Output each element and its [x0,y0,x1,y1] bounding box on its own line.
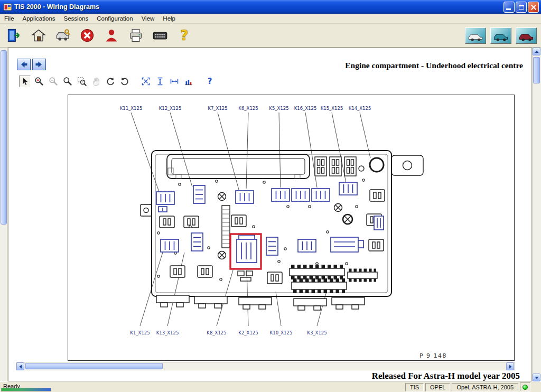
tool-fit-height-button[interactable] [154,76,166,87]
connection-status-led [523,385,528,390]
tool-rotate-left-button[interactable] [105,76,116,87]
viewer-toolbar: ? [19,76,216,87]
tool-fit-window-button[interactable] [140,76,152,87]
stop-icon [79,27,95,43]
zoom-in-icon [34,77,44,86]
status-cell-tis: TIS [405,383,424,391]
rotate-right-icon [120,77,129,86]
vehicle-identification-button[interactable] [53,25,73,45]
tool-fit-width-button[interactable] [169,76,180,87]
statusbar: Ready TIS OPEL Opel, ASTRA-H, 2005 [0,381,541,392]
print-button[interactable] [126,25,146,45]
wiring-diagram-canvas[interactable]: K11_X125 K12_X125 K7_X125 K6_X125 K5_X12… [68,95,515,361]
viewer-panel: Engine compartment - Underhood electrica… [8,48,532,381]
titlebar: TIS 2000 - Wiring Diagrams [0,0,541,14]
tool-zoom-in-button[interactable] [33,76,45,87]
component-label: K7_X125 [208,106,227,111]
menu-help[interactable]: Help [158,14,180,23]
sheet-frame [68,95,515,361]
bar-chart-icon [184,77,193,86]
operator-button[interactable] [101,25,122,45]
door-exit-icon [6,27,22,43]
tool-select-button[interactable] [19,76,31,87]
released-for-text: Released For Astra-H model year 2005 [372,371,520,381]
status-cell-brand: OPEL [425,383,450,391]
printer-icon [128,27,144,43]
car-icon [491,28,511,43]
hand-icon [91,77,101,86]
car-key-icon [55,27,71,43]
scroll-down-button[interactable] [533,374,540,381]
menu-file[interactable]: File [0,14,18,23]
component-label: K1_X125 [130,330,150,335]
component-label: K6_X125 [238,106,258,111]
home-icon [31,27,46,43]
arrow-left-icon [19,60,29,69]
menu-configuration[interactable]: Configuration [92,14,137,23]
tool-measure-button[interactable] [183,76,194,87]
help-button[interactable]: ? [174,25,194,45]
home-button[interactable] [29,25,49,45]
keyboard-icon [152,27,168,43]
tool-help-button[interactable]: ? [204,76,216,87]
status-cell-vehicle: Opel, ASTRA-H, 2005 [452,383,518,391]
horizontal-scrollbar-thumb[interactable] [25,363,163,369]
status-led-cell [520,382,530,391]
arrow-right-icon [34,60,44,69]
maximize-button[interactable] [516,2,527,13]
forward-button[interactable] [32,59,46,70]
magnifier-icon [63,77,72,86]
zoom-area-icon [77,77,87,86]
status-cells: TIS OPEL Opel, ASTRA-H, 2005 [405,382,530,391]
tool-zoom-area-button[interactable] [76,76,88,87]
menu-sessions[interactable]: Sessions [60,14,93,23]
scroll-right-button[interactable] [506,362,514,370]
highlighted-relay [237,235,257,263]
vehicle-thumbnail-button-3[interactable] [516,27,537,44]
page-title: Engine compartment - Underhood electrica… [345,61,523,70]
component-label: K13_X125 [156,330,179,335]
menu-applications[interactable]: Applications [18,14,60,23]
scroll-left-button[interactable] [16,362,24,370]
vertical-scrollbar-thumb[interactable] [533,57,540,83]
window-title: TIS 2000 - Wiring Diagrams [14,3,503,11]
triangle-left-icon [18,364,23,369]
zoom-out-icon [49,77,58,86]
close-button[interactable] [528,2,539,13]
component-label: K14_X125 [349,106,371,111]
vehicle-thumbnail-button-1[interactable] [465,27,486,44]
tool-zoom-button[interactable] [62,76,73,87]
main-area: Engine compartment - Underhood electrica… [0,48,541,381]
question-mark-icon: ? [176,27,192,43]
svg-text:?: ? [180,27,188,43]
back-button[interactable] [17,59,31,70]
keyboard-button[interactable] [150,25,170,45]
tool-rotate-right-button[interactable] [119,76,130,87]
scroll-up-button[interactable] [533,48,540,55]
progress-bar [1,388,51,391]
cancel-button[interactable] [77,25,97,45]
component-label: K3_X125 [307,330,327,335]
component-label: K2_X125 [238,330,258,335]
minimize-icon [506,8,511,10]
horizontal-scrollbar[interactable] [16,362,515,370]
maximize-icon [519,5,524,10]
car-icon [465,28,486,43]
help-glyph-icon: ? [208,77,212,86]
menu-view[interactable]: View [137,14,159,23]
left-scrollbar[interactable] [0,48,8,381]
app-window: TIS 2000 - Wiring Diagrams File Applicat… [0,0,541,392]
exit-button[interactable] [4,25,24,45]
tool-zoom-out-button [48,76,59,87]
tool-pan-button [90,76,102,87]
triangle-up-icon [534,49,539,54]
rotate-left-icon [106,77,115,86]
minimize-button[interactable] [503,2,515,13]
vertical-scrollbar[interactable] [532,48,541,381]
vehicle-thumbnail-button-2[interactable] [490,27,511,44]
component-label: K11_X125 [120,106,143,111]
triangle-right-icon [508,364,513,369]
fit-window-icon [141,77,151,86]
left-scrollbar-thumb[interactable] [1,50,7,225]
window-controls [503,2,539,13]
